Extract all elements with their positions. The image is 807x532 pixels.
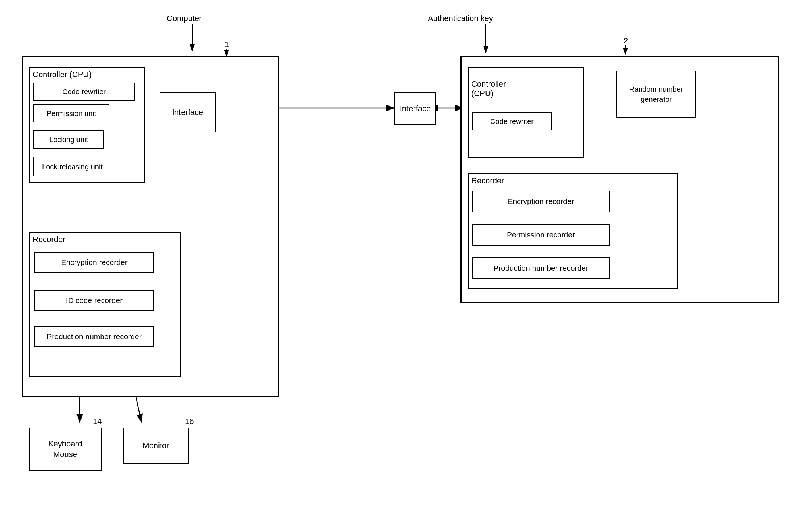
production-number-recorder-left-box: Production number recorder	[34, 326, 154, 347]
interface-middle-box: Interface	[394, 92, 436, 125]
interface-left-box: Interface	[160, 92, 216, 132]
code-rewriter-right-box: Code rewriter	[472, 112, 552, 130]
recorder-right-label: Recorder	[471, 176, 504, 186]
n2-label: 2	[624, 36, 628, 45]
n1-label: 1	[225, 40, 229, 49]
random-number-generator-box: Random number generator	[616, 71, 696, 118]
encryption-recorder-left-box: Encryption recorder	[34, 252, 154, 273]
recorder-left-label: Recorder	[33, 235, 65, 244]
encryption-recorder-right-box: Encryption recorder	[472, 191, 610, 212]
permission-unit-box: Permission unit	[33, 104, 109, 122]
controller-cpu-right-label: Controller (CPU)	[471, 70, 506, 98]
code-rewriter-left-box: Code rewriter	[33, 83, 135, 101]
n14-label: 14	[93, 417, 102, 426]
monitor-box: Monitor	[123, 428, 189, 464]
id-code-recorder-box: ID code recorder	[34, 290, 154, 311]
diagram: Computer 1 Authentication key 2 3 4 5 6 …	[0, 0, 807, 532]
permission-recorder-box: Permission recorder	[472, 224, 610, 246]
keyboard-mouse-box: Keyboard Mouse	[29, 428, 102, 471]
n16-label: 16	[185, 417, 194, 426]
locking-unit-box: Locking unit	[33, 130, 104, 149]
auth-key-label: Authentication key	[428, 14, 493, 23]
controller-cpu-label: Controller (CPU)	[33, 70, 92, 79]
production-number-recorder-right-box: Production number recorder	[472, 257, 610, 279]
lock-releasing-unit-box: Lock releasing unit	[33, 157, 111, 176]
computer-label: Computer	[167, 14, 202, 23]
